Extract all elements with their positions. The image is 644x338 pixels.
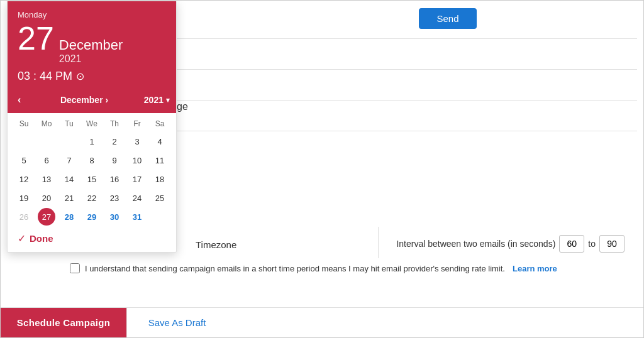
cal-day-12[interactable]: 12: [15, 170, 33, 188]
cal-day-18[interactable]: 18: [151, 170, 169, 188]
cal-day-empty: [15, 133, 33, 150]
send-button[interactable]: Send: [419, 8, 476, 29]
cal-day-6[interactable]: 6: [38, 151, 55, 169]
cal-day-23[interactable]: 23: [106, 189, 123, 207]
weekday-we: We: [80, 117, 103, 131]
form-line-2: [170, 69, 637, 70]
form-line-4: [170, 131, 637, 131]
calendar-days: 1 2 3 4 5 6 7 8 9 10 11 12 13 14 15 16 1…: [13, 132, 171, 226]
cal-day-10[interactable]: 10: [128, 151, 146, 169]
cal-day-25[interactable]: 25: [151, 189, 169, 207]
calendar-month-year: December 2021: [59, 37, 123, 65]
calendar-day-name: Monday: [18, 10, 166, 19]
calendar-nav: ‹ December › 2021 ▾: [8, 89, 176, 113]
calendar-month: December: [59, 37, 123, 53]
interval-label: Interval between two emails (in seconds): [396, 239, 555, 249]
cal-day-16[interactable]: 16: [106, 170, 123, 188]
calendar-year: 2021: [59, 53, 123, 65]
cal-day-28[interactable]: 28: [60, 208, 78, 226]
weekday-mo: Mo: [35, 117, 58, 131]
understand-checkbox[interactable]: [70, 263, 80, 273]
calendar-header: Monday 27 December 2021 03 : 44 PM ⊙: [8, 1, 176, 89]
weekday-fr: Fr: [126, 117, 148, 131]
vertical-divider: [378, 227, 379, 258]
page-wrapper: Send ge Timezone Interval between two em…: [0, 0, 644, 338]
weekday-tu: Tu: [58, 117, 80, 131]
cal-day-7[interactable]: 7: [60, 151, 78, 169]
cal-day-21[interactable]: 21: [60, 189, 78, 207]
cal-day-24[interactable]: 24: [128, 189, 146, 207]
bottom-buttons: Schedule Campaign Save As Draft: [1, 307, 643, 337]
timezone-label: Timezone: [196, 239, 236, 250]
cal-day-9[interactable]: 9: [106, 151, 123, 169]
understand-row: I understand that sending campaign email…: [70, 263, 625, 273]
cal-day-3[interactable]: 3: [128, 133, 146, 150]
cal-day-31[interactable]: 31: [128, 208, 146, 226]
nav-year: 2021 ▾: [144, 95, 170, 105]
form-line-3: [170, 100, 637, 101]
interval-area: Interval between two emails (in seconds)…: [396, 235, 625, 253]
cal-day-27[interactable]: 27: [38, 208, 55, 226]
save-draft-button[interactable]: Save As Draft: [126, 308, 227, 337]
cal-day-8[interactable]: 8: [83, 151, 101, 169]
calendar-date-row: 27 December 2021: [18, 22, 166, 65]
weekday-th: Th: [103, 117, 126, 131]
calendar-overlay: Monday 27 December 2021 03 : 44 PM ⊙ ‹ D…: [7, 1, 177, 253]
cal-day-11[interactable]: 11: [151, 151, 169, 169]
prev-month-button[interactable]: ‹: [14, 93, 25, 107]
cal-day-22[interactable]: 22: [83, 189, 101, 207]
weekday-su: Su: [13, 117, 35, 131]
calendar-date-number: 27: [18, 22, 54, 55]
cal-day-29[interactable]: 29: [83, 208, 101, 226]
cal-day-14[interactable]: 14: [60, 170, 78, 188]
page-content-snippet: ge: [177, 101, 188, 112]
form-lines: [170, 38, 637, 161]
cal-day-13[interactable]: 13: [38, 170, 55, 188]
schedule-campaign-button[interactable]: Schedule Campaign: [1, 308, 126, 337]
year-chevron-icon: ▾: [166, 96, 170, 104]
calendar-grid-area: Su Mo Tu We Th Fr Sa 1 2 3 4 5 6 7: [8, 113, 176, 227]
interval-from-input[interactable]: [559, 235, 584, 253]
form-line-1: [170, 38, 637, 39]
cal-day-17[interactable]: 17: [128, 170, 146, 188]
clock-icon: ⊙: [76, 70, 84, 82]
cal-day-empty: [38, 133, 55, 150]
month-next-icon: ›: [106, 95, 109, 105]
interval-to-label: to: [588, 239, 596, 249]
calendar-weekdays: Su Mo Tu We Th Fr Sa: [13, 117, 171, 131]
cal-day-20[interactable]: 20: [38, 189, 55, 207]
cal-day-empty: [151, 208, 169, 226]
calendar-done-row: ✓ Done: [8, 227, 176, 252]
calendar-time: 03 : 44 PM ⊙: [18, 70, 166, 83]
cal-day-26[interactable]: 26: [15, 208, 33, 226]
send-button-area: Send: [252, 8, 643, 29]
understand-text: I understand that sending campaign email…: [85, 264, 505, 273]
cal-day-19[interactable]: 19: [15, 189, 33, 207]
cal-day-2[interactable]: 2: [106, 133, 123, 150]
cal-day-5[interactable]: 5: [15, 151, 33, 169]
done-button[interactable]: Done: [30, 233, 53, 244]
learn-more-link[interactable]: Learn more: [513, 264, 557, 273]
done-check-icon: ✓: [18, 232, 26, 244]
cal-day-30[interactable]: 30: [106, 208, 123, 226]
interval-to-input[interactable]: [599, 235, 625, 253]
nav-month: December ›: [60, 95, 108, 105]
cal-day-4[interactable]: 4: [151, 133, 169, 150]
cal-day-1[interactable]: 1: [83, 133, 101, 150]
cal-day-empty: [60, 133, 78, 150]
time-value: 03 : 44 PM: [18, 70, 72, 83]
cal-day-15[interactable]: 15: [83, 170, 101, 188]
weekday-sa: Sa: [148, 117, 171, 131]
